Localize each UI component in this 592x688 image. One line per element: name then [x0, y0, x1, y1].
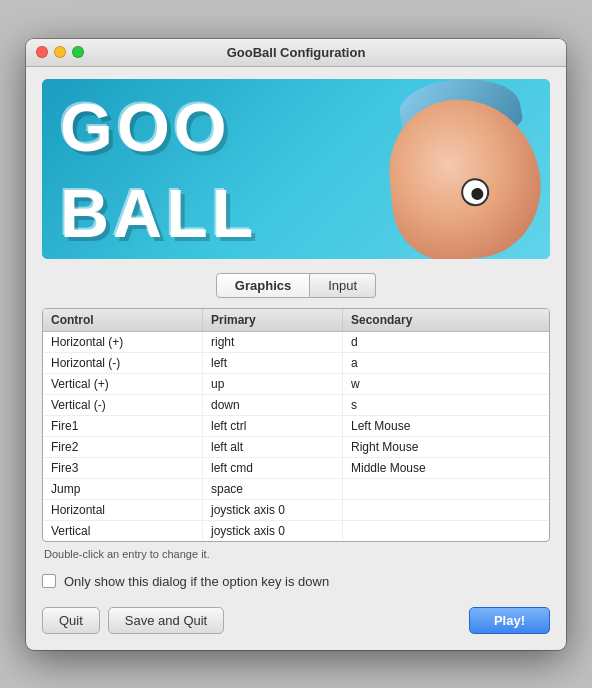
maximize-button[interactable]: [72, 46, 84, 58]
cell-control: Fire3: [43, 458, 203, 478]
tab-graphics[interactable]: Graphics: [216, 273, 310, 298]
cell-control: Vertical: [43, 521, 203, 541]
cell-control: Vertical (-): [43, 395, 203, 415]
cell-control: Horizontal: [43, 500, 203, 520]
cell-control: Horizontal (-): [43, 353, 203, 373]
cell-primary: left alt: [203, 437, 343, 457]
checkbox-row: Only show this dialog if the option key …: [42, 574, 550, 589]
cell-secondary: a: [343, 353, 549, 373]
table-row[interactable]: Verticaljoystick axis 0: [43, 521, 549, 541]
cell-primary: joystick axis 0: [203, 521, 343, 541]
option-key-checkbox[interactable]: [42, 574, 56, 588]
window-title: GooBall Configuration: [227, 45, 366, 60]
header-secondary: Secondary: [343, 309, 549, 331]
hint-text: Double-click an entry to change it.: [42, 548, 550, 560]
banner-background: GOO BALL: [42, 79, 550, 259]
option-key-label: Only show this dialog if the option key …: [64, 574, 329, 589]
buttons-row: Quit Save and Quit Play!: [42, 607, 550, 634]
window-content: GOO BALL Graphics Input: [26, 67, 566, 650]
save-quit-button[interactable]: Save and Quit: [108, 607, 224, 634]
cell-control: Jump: [43, 479, 203, 499]
cell-control: Fire2: [43, 437, 203, 457]
buttons-left: Quit Save and Quit: [42, 607, 224, 634]
cell-primary: space: [203, 479, 343, 499]
table-body: Horizontal (+)rightdHorizontal (-)leftaV…: [43, 332, 549, 541]
table-row[interactable]: Fire1left ctrlLeft Mouse: [43, 416, 549, 437]
cell-secondary: [343, 521, 549, 541]
cell-secondary: w: [343, 374, 549, 394]
cell-primary: joystick axis 0: [203, 500, 343, 520]
banner: GOO BALL: [42, 79, 550, 259]
cell-secondary: [343, 500, 549, 520]
table-row[interactable]: Vertical (+)upw: [43, 374, 549, 395]
cell-primary: down: [203, 395, 343, 415]
goo-text: GOO: [60, 99, 231, 157]
table-header: Control Primary Secondary: [43, 309, 549, 332]
cell-secondary: s: [343, 395, 549, 415]
close-button[interactable]: [36, 46, 48, 58]
tab-input[interactable]: Input: [310, 273, 376, 298]
character-pupil: [471, 187, 484, 200]
table-row[interactable]: Vertical (-)downs: [43, 395, 549, 416]
table-row[interactable]: Jumpspace: [43, 479, 549, 500]
table-row[interactable]: Fire2left altRight Mouse: [43, 437, 549, 458]
cell-control: Vertical (+): [43, 374, 203, 394]
ball-text: BALL: [60, 185, 257, 243]
cell-primary: up: [203, 374, 343, 394]
controls-table: Control Primary Secondary Horizontal (+)…: [42, 308, 550, 542]
cell-primary: left cmd: [203, 458, 343, 478]
cell-primary: right: [203, 332, 343, 352]
cell-primary: left ctrl: [203, 416, 343, 436]
character-eye: [460, 176, 490, 206]
main-window: GooBall Configuration GOO BALL Graphics: [26, 39, 566, 650]
cell-secondary: Middle Mouse: [343, 458, 549, 478]
cell-control: Fire1: [43, 416, 203, 436]
cell-secondary: [343, 479, 549, 499]
tabs-container: Graphics Input: [42, 273, 550, 298]
table-row[interactable]: Horizontal (+)rightd: [43, 332, 549, 353]
cell-secondary: d: [343, 332, 549, 352]
cell-control: Horizontal (+): [43, 332, 203, 352]
minimize-button[interactable]: [54, 46, 66, 58]
header-control: Control: [43, 309, 203, 331]
traffic-lights: [36, 46, 84, 58]
table-row[interactable]: Horizontaljoystick axis 0: [43, 500, 549, 521]
titlebar: GooBall Configuration: [26, 39, 566, 67]
play-button[interactable]: Play!: [469, 607, 550, 634]
quit-button[interactable]: Quit: [42, 607, 100, 634]
table-row[interactable]: Horizontal (-)lefta: [43, 353, 549, 374]
cell-primary: left: [203, 353, 343, 373]
cell-secondary: Left Mouse: [343, 416, 549, 436]
header-primary: Primary: [203, 309, 343, 331]
table-row[interactable]: Fire3left cmdMiddle Mouse: [43, 458, 549, 479]
cell-secondary: Right Mouse: [343, 437, 549, 457]
